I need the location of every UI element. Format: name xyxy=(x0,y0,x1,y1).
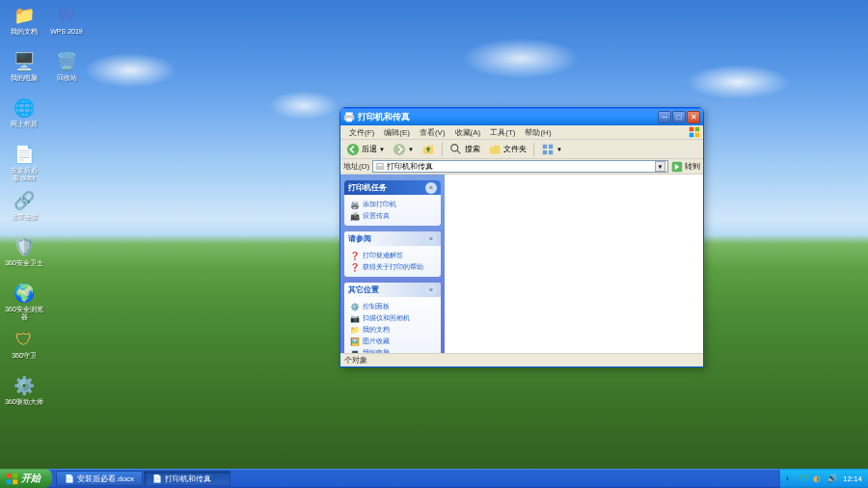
task-link[interactable]: ❓获得关于打印的帮助 xyxy=(350,261,435,273)
clock[interactable]: 12:14 xyxy=(843,474,862,483)
minimize-button[interactable]: ─ xyxy=(658,111,671,123)
icon-glyph: 🗑️ xyxy=(55,50,78,73)
menu-item[interactable]: 文件(F) xyxy=(344,126,379,139)
task-header[interactable]: 其它位置« xyxy=(344,283,441,297)
tray-chevron-icon[interactable]: ‹ xyxy=(786,474,797,484)
chevron-down-icon: ▼ xyxy=(379,147,385,152)
menu-item[interactable]: 工具(T) xyxy=(485,126,520,139)
task-link[interactable]: 📁我的文档 xyxy=(350,324,435,336)
svg-rect-6 xyxy=(695,133,700,138)
task-link[interactable]: ❓打印疑难解答 xyxy=(350,250,435,261)
icon-label: 360守卫 xyxy=(12,352,37,360)
address-dropdown[interactable]: ▼ xyxy=(655,161,665,172)
up-button[interactable] xyxy=(419,142,438,157)
chevron-down-icon: ▼ xyxy=(408,147,414,152)
collapse-icon: « xyxy=(425,233,437,245)
folders-icon xyxy=(488,143,502,156)
tray-volume-icon[interactable]: 🔊 xyxy=(827,474,837,484)
taskbar-item-icon: 📄 xyxy=(65,474,74,483)
back-button[interactable]: 后退 ▼ xyxy=(343,142,388,157)
desktop-icon[interactable]: 🌐网上邻居 xyxy=(4,96,44,141)
icon-label: 我的文档 xyxy=(11,28,38,36)
icon-label: 360驱动大师 xyxy=(5,398,43,406)
addressbar: 地址(D) 打印机和传真 ▼ 转到 xyxy=(340,159,703,175)
task-link[interactable]: 🖨️添加打印机 xyxy=(350,199,435,210)
desktop-icon[interactable]: 🔗宽带连接 xyxy=(4,189,44,233)
windows-logo-icon xyxy=(688,126,701,138)
menu-item[interactable]: 编辑(E) xyxy=(379,126,415,139)
desktop-icon[interactable]: ⚙️360驱动大师 xyxy=(4,374,44,419)
icon-glyph: 🌐 xyxy=(13,96,36,120)
collapse-icon: « xyxy=(425,285,437,296)
desktop-icon[interactable]: 📄安装后必看.docx xyxy=(4,143,44,187)
icon-glyph: ⚙️ xyxy=(13,374,36,397)
desktop-icon[interactable]: 📁我的文档 xyxy=(4,4,44,48)
task-link[interactable]: ⚙️控制面板 xyxy=(350,301,435,312)
taskbar-items: 📄安装后必看.docx📄打印机和传真 xyxy=(52,471,780,486)
tray-shield-icon[interactable]: 🛡 xyxy=(800,474,810,484)
system-tray: ‹ 🛡 ◐ 🔊 12:14 xyxy=(780,469,868,488)
taskbar: 开始 📄安装后必看.docx📄打印机和传真 ‹ 🛡 ◐ 🔊 12:14 xyxy=(0,469,868,488)
task-link[interactable]: 📠设置传真 xyxy=(350,210,435,222)
close-button[interactable]: ✕ xyxy=(687,111,700,123)
desktop-icon[interactable]: 🖥️我的电脑 xyxy=(4,50,44,95)
desktop-icon[interactable]: 🛡️360安全卫士 xyxy=(4,235,44,280)
desktop-icon[interactable]: WWPS 2019 xyxy=(46,4,87,48)
svg-rect-16 xyxy=(376,165,385,169)
task-link-icon: ❓ xyxy=(350,262,360,272)
titlebar[interactable]: 打印机和传真 ─ □ ✕ xyxy=(340,108,703,125)
task-link-icon: 📁 xyxy=(350,325,360,335)
icon-label: 宽带连接 xyxy=(11,213,38,221)
task-link[interactable]: 🖼️图片收藏 xyxy=(350,336,435,347)
desktop-icon[interactable]: 🌍360安全浏览器 xyxy=(4,282,44,326)
taskbar-item[interactable]: 📄安装后必看.docx xyxy=(56,471,143,486)
tray-network-icon[interactable]: ◐ xyxy=(813,474,824,484)
icon-label: 360安全浏览器 xyxy=(4,306,44,320)
start-button[interactable]: 开始 xyxy=(0,469,52,488)
search-button[interactable]: 搜索 xyxy=(447,142,483,157)
toolbar: 后退 ▼ ▼ 搜索 文件夹 ▼ xyxy=(340,140,703,159)
desktop[interactable]: 📁我的文档🖥️我的电脑🌐网上邻居📄安装后必看.docx🔗宽带连接🛡️360安全卫… xyxy=(0,0,868,488)
svg-rect-18 xyxy=(7,473,12,477)
content-area[interactable] xyxy=(445,175,703,353)
svg-rect-3 xyxy=(690,127,694,132)
icon-glyph: W xyxy=(55,4,78,27)
task-header[interactable]: 请参阅« xyxy=(344,231,441,246)
task-link-icon: ⚙️ xyxy=(350,302,360,312)
forward-icon xyxy=(393,143,406,156)
maximize-button[interactable]: □ xyxy=(672,111,686,123)
taskbar-item[interactable]: 📄打印机和传真 xyxy=(144,471,231,486)
menu-item[interactable]: 帮助(H) xyxy=(520,126,556,139)
task-link[interactable]: 📷扫描仪和照相机 xyxy=(350,312,435,324)
folders-button[interactable]: 文件夹 xyxy=(485,142,529,157)
icon-glyph: 🌍 xyxy=(13,282,36,305)
svg-point-8 xyxy=(393,143,405,154)
menu-item[interactable]: 收藏(A) xyxy=(450,126,486,139)
icon-label: 回收站 xyxy=(57,74,77,82)
task-link-icon: ❓ xyxy=(350,251,360,260)
desktop-icon[interactable]: 🗑️回收站 xyxy=(46,50,87,95)
go-button[interactable]: 转到 xyxy=(671,161,700,173)
address-label: 地址(D) xyxy=(343,161,369,172)
window-title: 打印机和传真 xyxy=(358,111,658,123)
desktop-icon[interactable]: 🛡360守卫 xyxy=(4,328,44,372)
explorer-window: 打印机和传真 ─ □ ✕ 文件(F)编辑(E)查看(V)收藏(A)工具(T)帮助… xyxy=(339,107,704,367)
desktop-icons-container: 📁我的文档🖥️我的电脑🌐网上邻居📄安装后必看.docx🔗宽带连接🛡️360安全卫… xyxy=(4,4,87,457)
forward-button[interactable]: ▼ xyxy=(390,142,417,157)
windows-logo-icon xyxy=(6,473,18,485)
views-button[interactable]: ▼ xyxy=(538,142,565,157)
svg-point-7 xyxy=(347,143,359,154)
icon-label: 我的电脑 xyxy=(11,74,38,82)
address-input[interactable]: 打印机和传真 ▼ xyxy=(372,160,668,173)
task-header[interactable]: 打印机任务« xyxy=(344,180,441,195)
menu-item[interactable]: 查看(V) xyxy=(415,126,450,139)
statusbar: 个对象 xyxy=(340,353,703,366)
printer-icon xyxy=(343,111,355,122)
task-link-icon: 📠 xyxy=(350,211,360,221)
icon-label: 360安全卫士 xyxy=(5,259,43,267)
back-icon xyxy=(346,143,360,156)
menubar: 文件(F)编辑(E)查看(V)收藏(A)工具(T)帮助(H) xyxy=(340,125,703,140)
svg-rect-13 xyxy=(543,149,547,153)
svg-rect-2 xyxy=(346,119,352,122)
svg-line-10 xyxy=(457,149,461,153)
